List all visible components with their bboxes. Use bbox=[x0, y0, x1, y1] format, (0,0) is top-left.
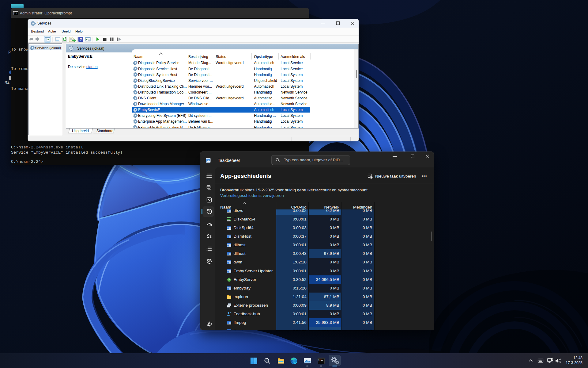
svg-text:?: ? bbox=[80, 37, 82, 42]
svg-text:C:\: C:\ bbox=[14, 13, 17, 15]
svg-text:C:\: C:\ bbox=[318, 359, 322, 361]
